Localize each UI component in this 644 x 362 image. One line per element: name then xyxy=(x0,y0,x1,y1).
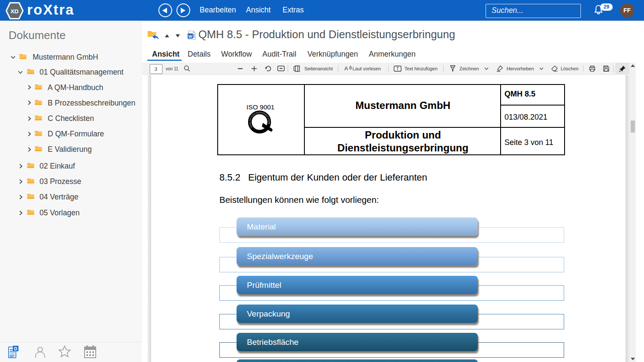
svg-text:W: W xyxy=(188,34,192,39)
svg-text:D: D xyxy=(14,346,18,351)
svg-text:XD: XD xyxy=(11,8,19,15)
svg-text:T: T xyxy=(396,66,399,71)
svg-text:A: A xyxy=(344,65,348,72)
